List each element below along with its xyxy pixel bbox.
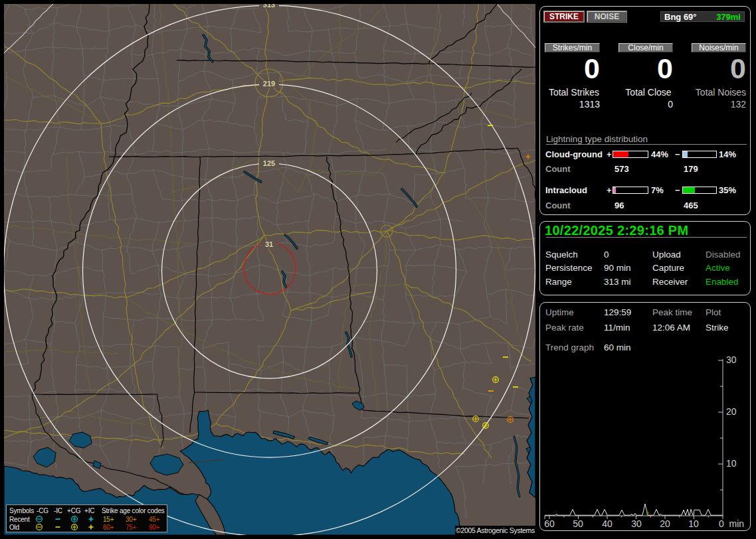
svg-text:10: 10: [726, 458, 737, 469]
svg-text:20: 20: [660, 518, 670, 529]
svg-text:40: 40: [602, 518, 613, 529]
svg-text:313: 313: [263, 4, 275, 9]
svg-text:30: 30: [631, 518, 642, 529]
svg-text:10: 10: [688, 518, 699, 529]
svg-text:50: 50: [573, 518, 583, 529]
svg-text:219: 219: [263, 80, 275, 88]
svg-text:125: 125: [263, 159, 275, 167]
svg-text:31: 31: [265, 240, 273, 248]
svg-text:60: 60: [544, 518, 555, 529]
svg-text:20: 20: [726, 406, 737, 417]
svg-text:30: 30: [726, 354, 737, 365]
svg-text:0 min: 0 min: [719, 518, 744, 529]
